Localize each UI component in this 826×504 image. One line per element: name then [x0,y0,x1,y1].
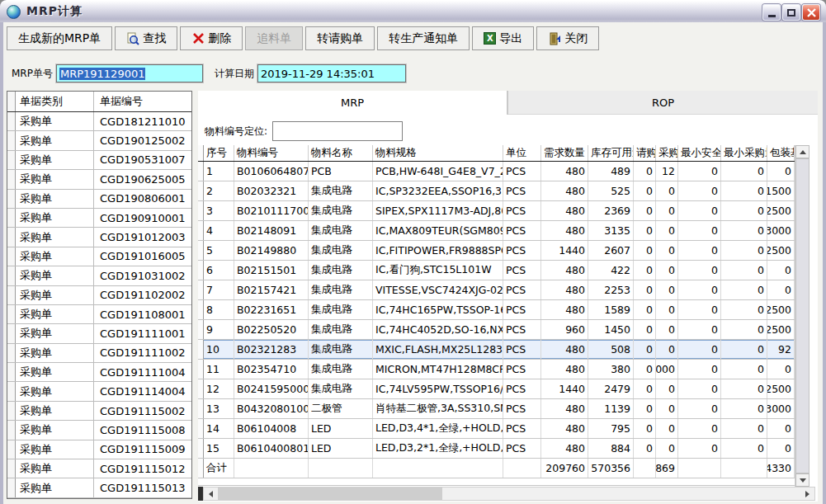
mrp-no-input[interactable]: MRP191129001 [56,64,203,82]
material-row[interactable]: 3B0210111700集成电路SIPEX,SPX1117M3-ADJ,80PC… [198,201,795,221]
document-row[interactable]: 采购单CGD181211010 [7,112,191,131]
export-button[interactable]: X 导出 [472,26,534,50]
document-row[interactable]: 采购单CGD190531007 [7,151,191,170]
cell-seq: 4 [204,221,234,240]
arrow-left-icon [209,491,213,497]
scroll-right-button[interactable] [800,488,814,500]
document-row[interactable]: 采购单CGD191111001 [7,324,191,343]
material-row[interactable]: 2B02032321集成电路IC,SP3232EEA,SSOP16,3.0PCS… [198,181,795,201]
doc-code-cell: CGD191102002 [94,286,191,304]
to-requisition-button[interactable]: 转请购单 [305,26,375,50]
calc-date-input[interactable]: 2019-11-29 14:35:01 [257,64,406,82]
document-row[interactable]: 采购单CGD191115012 [7,459,191,478]
to-production-notice-button[interactable]: 转生产通知单 [377,26,470,50]
document-row[interactable]: 采购单CGD191016005 [7,247,191,266]
material-row[interactable]: 11B02354710集成电路MICRON,MT47H128M8CF-PCS48… [198,360,795,379]
cell-unit: PCS [503,181,541,200]
scroll-down-button[interactable] [795,473,809,487]
doc-code-cell: CGD191115008 [94,421,191,439]
col-header-stock[interactable]: 库存可用量 [588,145,634,161]
document-row[interactable]: 采购单CGD191012003 [7,228,191,247]
document-row[interactable]: 采购单CGD190625005 [7,170,191,189]
cell-min-buy: 0 [721,280,767,299]
tab-mrp[interactable]: MRP [198,91,507,115]
row-selector [7,190,16,208]
mrp-window: MRP计算 生成新的MRP单 查找 删除 [0,0,826,504]
minimize-button[interactable] [762,4,781,21]
material-row[interactable]: 1B0106064807PCBPCB,HW-648I_G4E8_V7_2PCS4… [198,162,795,181]
cell-name: 集成电路 [309,181,373,200]
document-row[interactable]: 采购单CGD190125002 [7,131,191,150]
row-selector [7,228,16,246]
cell-code: B0106064807 [234,162,309,181]
cell-pack-base: 1500 [767,181,795,200]
document-row[interactable]: 采购单CGD190806001 [7,190,191,209]
cell-min-buy: 0 [721,201,767,220]
scroll-left-button[interactable] [204,488,218,500]
document-row[interactable]: 采购单CGD191111002 [7,344,191,363]
cell-seq: 13 [204,399,234,418]
col-header-pur-pending[interactable]: 采购未入 [656,145,678,161]
material-row[interactable]: 12B0241595000集成电路IC,74LV595PW,TSSOP16/7P… [198,379,795,399]
material-row[interactable]: 15B0610400801LEDLED,D3,2*1,全绿,+HOLD,DPCS… [198,439,795,459]
cell-min-safe: 0 [678,221,721,240]
material-row[interactable]: 6B02151501集成电路IC,看门狗,STC15L101WPCS480422… [198,261,795,280]
grid-body: 1B0106064807PCBPCB,HW-648I_G4E8_V7_2PCS4… [198,162,795,459]
cell-pur-pending: 12 [656,162,678,181]
col-header-seq[interactable]: 序号 [204,145,234,161]
cell-pack-base: 0 [767,360,795,379]
material-row[interactable]: 5B02149880集成电路IC,FITIPOWER,FR9888SPCPCS1… [198,241,795,261]
cell-unit: PCS [503,320,541,339]
material-row[interactable]: 9B02250520集成电路IC,74HC4052D,SO-16,NXFPCS9… [198,320,795,340]
col-header-spec[interactable]: 物料规格 [373,145,503,161]
close-button[interactable] [802,4,820,21]
document-row[interactable]: 采购单CGD191031002 [7,266,191,285]
scroll-up-button[interactable] [795,145,809,158]
material-row[interactable]: 7B02157421集成电路VITESSE,VSC7424XJG-02,PCS4… [198,280,795,300]
material-row[interactable]: 13B0432080100二极管肖特基二极管,3A,SS310,SMPCS480… [198,399,795,419]
material-row[interactable]: 14B06104008LEDLED,D3,4*1,全绿,+HOLD,DPCS48… [198,419,795,439]
document-row[interactable]: 采购单CGD191115008 [7,421,191,440]
col-header-demand[interactable]: 需求数量 [541,145,588,161]
document-row[interactable]: 采购单CGD191115009 [7,440,191,459]
cell-spec: MXIC,FLASH,MX25L12835F [373,340,503,359]
vertical-scroll-thumb[interactable] [795,158,809,473]
cell-name: 集成电路 [309,261,373,280]
col-header-name[interactable]: 物料名称 [309,145,373,161]
document-row[interactable]: 采购单CGD191108001 [7,305,191,324]
col-header-req-pending[interactable]: 请购未入 [634,145,656,161]
material-row[interactable]: 10B02321283集成电路MXIC,FLASH,MX25L12835FPCS… [198,340,795,360]
find-button[interactable]: 查找 [115,26,177,50]
cell-demand: 480 [541,201,588,220]
doc-type-header: 单据类别 [16,92,94,111]
material-row[interactable]: 4B02148091集成电路IC,MAX809TEUR(SGM809-PCS48… [198,221,795,241]
col-header-min-safe[interactable]: 最小安全量 [678,145,721,161]
maximize-button[interactable] [782,4,800,21]
document-row[interactable]: 采购单CGD191111004 [7,363,191,382]
document-row[interactable]: 采购单CGD191115002 [7,402,191,421]
row-selector [7,344,16,362]
col-header-pack-base[interactable]: 包装基数 [767,145,795,161]
cell-spec: MICRON,MT47H128M8CF- [373,360,503,379]
vertical-scrollbar[interactable] [795,145,809,487]
document-row[interactable]: 采购单CGD190910001 [7,209,191,228]
cell-pack-base: 3000 [767,221,795,240]
col-header-min-buy[interactable]: 最小采购量 [721,145,767,161]
tab-rop[interactable]: ROP [508,91,818,115]
close-window-button[interactable]: 关闭 [536,26,599,50]
horizontal-scrollbar[interactable] [203,487,815,501]
material-row[interactable]: 8B02231651集成电路IC,74HC165PW,TSSOP-16PCS48… [198,300,795,320]
generate-mrp-button[interactable]: 生成新的MRP单 [7,26,112,50]
cell-pur-pending: 0 [656,280,678,299]
cell-name: 集成电路 [309,379,373,398]
locator-input[interactable] [272,121,403,141]
delete-button[interactable]: 删除 [180,26,243,50]
horizontal-scroll-thumb[interactable] [218,488,442,500]
col-header-unit[interactable]: 单位 [503,145,541,161]
document-row[interactable]: 采购单CGD191115013 [7,478,191,497]
document-row[interactable]: 采购单CGD191114004 [7,382,191,401]
cell-stock: 508 [588,340,634,359]
document-row[interactable]: 采购单CGD191102002 [7,286,191,305]
col-header-code[interactable]: 物料编号 [234,145,309,161]
expedite-order-button[interactable]: 追料单 [245,26,303,50]
